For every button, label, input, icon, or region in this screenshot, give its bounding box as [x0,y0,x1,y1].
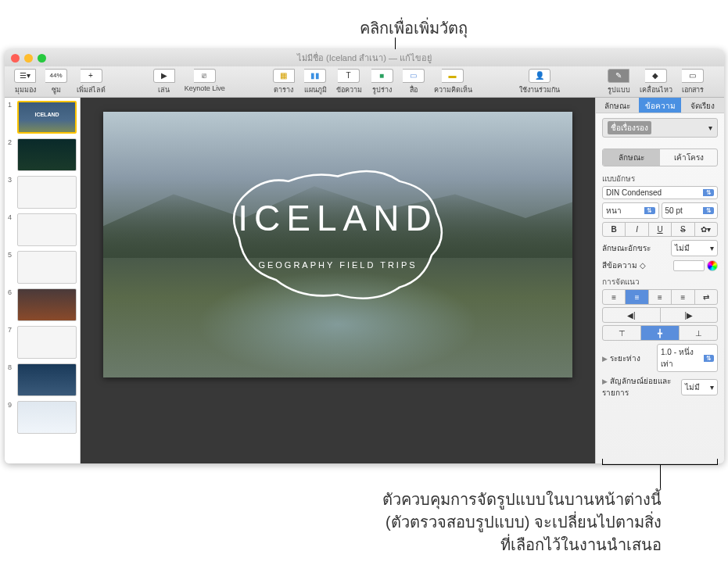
add-slide-button[interactable]: + เพิ่มสไลด์ [72,69,110,95]
subtab-style[interactable]: ลักษณะ [603,149,660,166]
slide-thumb-7[interactable]: 7 [8,326,77,359]
callout-bracket [602,459,718,465]
media-button[interactable]: ▭ สื่อ [398,69,429,95]
zoom-icon: 44% [45,69,67,83]
alignment-label: การจัดแนว [602,276,718,288]
subtab-layout[interactable]: เค้าโครง [660,149,717,166]
comment-button[interactable]: ▬ ความคิดเห็น [429,69,477,95]
animate-inspector-button[interactable]: ◆ เคลื่อนไหว [635,69,677,95]
slide-thumb-8[interactable]: 8 [8,363,77,396]
disclosure-triangle-icon[interactable]: ▶ [602,377,608,385]
font-style-buttons: B I U S ✿▾ [602,222,718,237]
font-label: แบบอักษร [602,173,718,184]
zoom-button[interactable] [38,54,46,63]
tab-arrange[interactable]: จัดเรียง [681,98,724,113]
chevron-updown-icon: ⇅ [704,355,714,362]
slide-title[interactable]: ICELAND [238,197,437,239]
slide-thumb-3[interactable]: 3 [8,176,77,209]
slide-thumb-5[interactable]: 5 [8,251,77,284]
italic-button[interactable]: I [626,223,648,236]
disclosure-triangle-icon[interactable]: ▶ [602,355,608,363]
strike-button[interactable]: S [672,223,694,236]
chart-icon: ▮▮ [304,69,326,83]
text-button[interactable]: T ข้อความ [332,69,367,95]
titlebar: ไม่มีชื่อ (Iceland สำเนา) — แก้ไขอยู่ [5,49,724,66]
format-inspector: ลักษณะ ข้อความ จัดเรียง ชื่อเรื่องรอง ▾ … [595,98,724,463]
tab-text[interactable]: ข้อความ [639,98,682,113]
chevron-down-icon: ▾ [710,244,714,252]
shape-icon: ■ [371,69,393,83]
callout-bottom: ตัวควบคุมการจัดรูปแบบในบานหน้าต่างนี้ (ต… [372,488,662,556]
bold-button[interactable]: B [603,223,626,236]
stepper-icon: ⇅ [703,207,714,214]
slide-thumb-1[interactable]: 1 [8,101,77,134]
paragraph-style-popup[interactable]: ชื่อเรื่องรอง ▾ [602,118,718,138]
animate-icon: ◆ [645,69,667,83]
tab-style[interactable]: ลักษณะ [596,98,639,113]
table-icon: ▦ [273,69,295,83]
slide-thumb-2[interactable]: 2 [8,138,77,171]
valign-middle-button[interactable]: ╋ [641,326,680,340]
font-family-select[interactable]: DIN Condensed⇅ [602,186,718,199]
align-right-button[interactable]: ≡ [649,290,672,304]
window-title: ไม่มีชื่อ (Iceland สำเนา) — แก้ไขอยู่ [297,51,432,65]
app-window: ไม่มีชื่อ (Iceland สำเนา) — แก้ไขอยู่ ☰▾… [5,49,724,463]
callout-top: คลิกเพื่อเพิ่มวัตถุ [360,16,468,41]
slide-navigator[interactable]: 1 2 3 4 5 6 7 8 9 [5,98,81,463]
chart-button[interactable]: ▮▮ แผนภูมิ [299,69,332,95]
align-center-button[interactable]: ≡ [626,290,648,304]
bullets-select[interactable]: ไม่มี▾ [681,379,718,395]
slide-subtitle[interactable]: GEOGRAPHY FIELD TRIPS [258,260,417,270]
close-button[interactable] [11,54,20,63]
underline-button[interactable]: U [649,223,672,236]
keynote-live-icon: ⎚ [194,69,216,83]
traffic-lights [11,54,46,63]
slide-thumb-4[interactable]: 4 [8,213,77,246]
toolbar: ☰▾ มุมมอง 44% ซูม + เพิ่มสไลด์ ▶ เล่น ⎚ … [5,66,724,98]
format-inspector-button[interactable]: ✎ รูปแบบ [603,69,635,95]
collaborate-button[interactable]: 👤 ใช้งานร่วมกัน [515,69,565,95]
align-natural-button[interactable]: ⇄ [695,290,717,304]
view-button[interactable]: ☰▾ มุมมอง [9,69,41,95]
play-icon: ▶ [153,69,175,83]
plus-icon: + [81,69,102,83]
align-justify-button[interactable]: ≡ [672,290,694,304]
align-left-button[interactable]: ≡ [603,290,626,304]
play-button[interactable]: ▶ เล่น [149,69,180,95]
color-well[interactable] [673,260,705,271]
advanced-button[interactable]: ✿▾ [695,223,717,236]
text-icon: T [338,69,360,83]
slide-thumb-6[interactable]: 6 [8,288,77,321]
keynote-live-button[interactable]: ⎚ Keynote Live [180,69,230,95]
spacing-label: ระยะห่าง [610,354,640,363]
slide[interactable]: ICELAND GEOGRAPHY FIELD TRIPS [103,112,572,377]
chevron-updown-icon: ⇅ [703,189,714,196]
callout-line-top [395,38,396,49]
spacing-select[interactable]: 1.0 - หนึ่งเท่า⇅ [657,344,718,372]
color-wheel-icon[interactable] [707,260,718,271]
table-button[interactable]: ▦ ตาราง [268,69,299,95]
slide-thumb-9[interactable]: 9 [8,401,77,434]
slide-canvas[interactable]: ICELAND GEOGRAPHY FIELD TRIPS [81,98,595,463]
zoom-menu-button[interactable]: 44% ซูม [41,69,72,95]
font-size-stepper[interactable]: 50 pt⇅ [662,202,719,219]
text-subtabs: ลักษณะ เค้าโครง [602,148,718,166]
valign-bottom-button[interactable]: ⊥ [680,326,717,340]
font-style-select[interactable]: หนา⇅ [602,202,659,219]
char-style-label: ลักษณะอักขระ [602,242,651,254]
chevron-updown-icon: ⇅ [644,207,655,214]
bullets-label: สัญลักษณ์ย่อยและรายการ [602,377,671,397]
view-icon: ☰▾ [14,69,36,83]
chevron-down-icon: ▾ [708,123,712,132]
outdent-button[interactable]: ◀| [603,308,661,322]
document-inspector-button[interactable]: ▭ เอกสาร [677,69,708,95]
char-style-select[interactable]: ไม่มี▾ [671,240,718,256]
text-color-label: สีข้อความ ◇ [602,259,646,271]
comment-icon: ▬ [442,69,464,83]
indent-button[interactable]: |▶ [661,308,718,322]
minimize-button[interactable] [24,54,33,63]
inspector-tabs: ลักษณะ ข้อความ จัดเรียง [596,98,724,113]
valign-top-button[interactable]: ⊤ [603,326,641,340]
brush-icon: ✎ [608,69,629,83]
shape-button[interactable]: ■ รูปร่าง [367,69,398,95]
